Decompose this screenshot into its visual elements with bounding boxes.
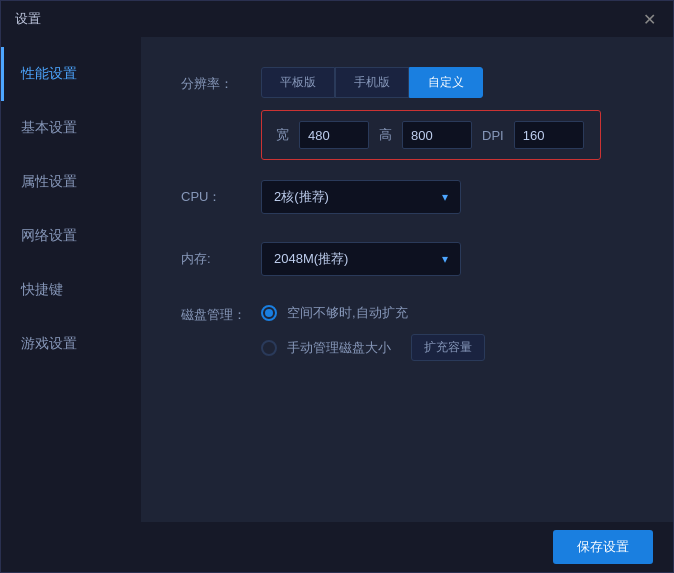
auto-expand-option[interactable]: 空间不够时,自动扩充 (261, 304, 485, 322)
manual-manage-label: 手动管理磁盘大小 (287, 339, 391, 357)
height-label: 高 (379, 126, 392, 144)
cpu-row: CPU： 2核(推荐) ▾ (181, 180, 633, 214)
memory-row: 内存: 2048M(推荐) ▾ (181, 242, 633, 276)
content-area: 性能设置 基本设置 属性设置 网络设置 快捷键 游戏设置 分辨率： (1, 37, 673, 522)
expand-capacity-button[interactable]: 扩充容量 (411, 334, 485, 361)
close-button[interactable]: ✕ (639, 9, 659, 29)
dpi-input[interactable] (514, 121, 584, 149)
disk-options: 空间不够时,自动扩充 手动管理磁盘大小 扩充容量 (261, 304, 485, 361)
memory-dropdown[interactable]: 2048M(推荐) ▾ (261, 242, 461, 276)
main-panel: 分辨率： 平板版 手机版 自定义 宽 高 DPI (141, 37, 673, 522)
sidebar-item-property[interactable]: 属性设置 (1, 155, 141, 209)
cpu-chevron-down-icon: ▾ (442, 190, 448, 204)
disk-row: 磁盘管理： 空间不够时,自动扩充 手动管理磁盘大小 扩充容量 (181, 304, 633, 361)
resolution-label: 分辨率： (181, 67, 261, 93)
phone-resolution-button[interactable]: 手机版 (335, 67, 409, 98)
cpu-dropdown[interactable]: 2核(推荐) ▾ (261, 180, 461, 214)
sidebar-item-shortcut[interactable]: 快捷键 (1, 263, 141, 317)
disk-label: 磁盘管理： (181, 304, 261, 324)
auto-expand-radio[interactable] (261, 305, 277, 321)
height-input[interactable] (402, 121, 472, 149)
sidebar: 性能设置 基本设置 属性设置 网络设置 快捷键 游戏设置 (1, 37, 141, 522)
save-settings-button[interactable]: 保存设置 (553, 530, 653, 564)
dpi-label: DPI (482, 128, 504, 143)
memory-chevron-down-icon: ▾ (442, 252, 448, 266)
title-bar: 设置 ✕ (1, 1, 673, 37)
tablet-resolution-button[interactable]: 平板版 (261, 67, 335, 98)
custom-resolution-button[interactable]: 自定义 (409, 67, 483, 98)
manual-manage-option[interactable]: 手动管理磁盘大小 扩充容量 (261, 334, 485, 361)
manual-manage-radio[interactable] (261, 340, 277, 356)
sidebar-item-network[interactable]: 网络设置 (1, 209, 141, 263)
resolution-buttons: 平板版 手机版 自定义 (261, 67, 601, 98)
width-input[interactable] (299, 121, 369, 149)
resolution-section: 平板版 手机版 自定义 宽 高 DPI (261, 67, 601, 160)
memory-value: 2048M(推荐) (274, 250, 348, 268)
auto-expand-label: 空间不够时,自动扩充 (287, 304, 408, 322)
cpu-value: 2核(推荐) (274, 188, 329, 206)
cpu-label: CPU： (181, 188, 261, 206)
bottom-bar: 保存设置 (1, 522, 673, 572)
memory-label: 内存: (181, 250, 261, 268)
sidebar-item-game[interactable]: 游戏设置 (1, 317, 141, 371)
sidebar-item-basic[interactable]: 基本设置 (1, 101, 141, 155)
window-title: 设置 (15, 10, 41, 28)
sidebar-item-performance[interactable]: 性能设置 (1, 47, 141, 101)
custom-resolution-box: 宽 高 DPI (261, 110, 601, 160)
width-label: 宽 (276, 126, 289, 144)
settings-window: 设置 ✕ 性能设置 基本设置 属性设置 网络设置 快捷键 游戏设置 (0, 0, 674, 573)
